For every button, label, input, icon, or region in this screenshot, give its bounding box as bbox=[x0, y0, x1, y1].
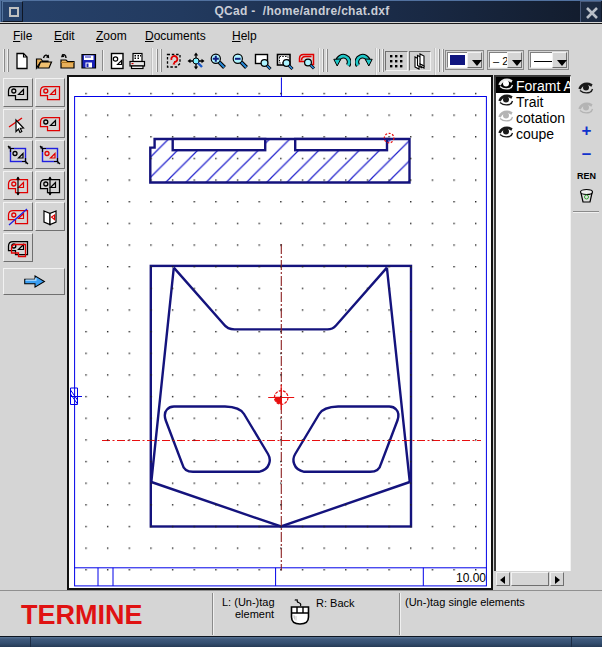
svg-text:10.00: 10.00 bbox=[456, 571, 486, 585]
